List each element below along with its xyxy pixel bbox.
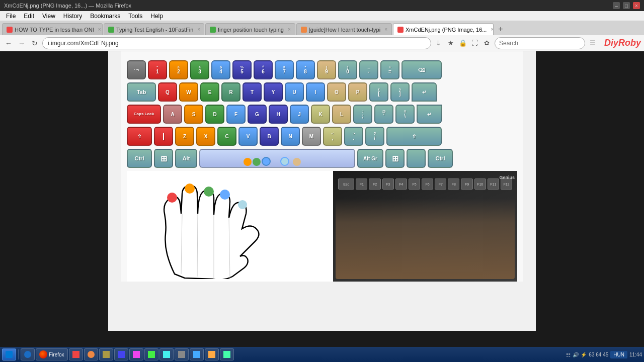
tab-3-close[interactable]: ×: [288, 27, 291, 32]
key-t[interactable]: T: [243, 82, 262, 102]
tab-5-close[interactable]: ×: [491, 27, 494, 32]
key-win-left[interactable]: ⊞: [154, 149, 173, 168]
tab-4[interactable]: [guide]How I learnt touch-typi ×: [296, 23, 392, 35]
key-space[interactable]: [199, 149, 355, 168]
key-k[interactable]: K: [311, 105, 330, 124]
overflow-icon[interactable]: ☰: [587, 38, 598, 49]
menu-edit[interactable]: Edit: [20, 12, 38, 21]
key-x[interactable]: X: [196, 127, 215, 146]
key-enter-bottom[interactable]: ↵: [417, 105, 442, 124]
key-n[interactable]: N: [281, 127, 300, 146]
taskbar-app-10[interactable]: [190, 348, 204, 360]
taskbar-app-11[interactable]: [205, 348, 219, 360]
key-menu[interactable]: [407, 149, 426, 168]
shield-icon[interactable]: 🔒: [457, 38, 468, 49]
tab-2[interactable]: Typing Test English - 10FastFin ×: [104, 23, 204, 35]
key-7[interactable]: &7: [275, 60, 294, 79]
tab-5[interactable]: XmCdENj.png (PNG Image, 16... ×: [393, 23, 494, 35]
key-caps[interactable]: Caps Lock: [127, 105, 161, 124]
key-quote[interactable]: @': [374, 105, 393, 124]
key-g[interactable]: G: [248, 105, 267, 124]
key-c[interactable]: C: [217, 127, 236, 146]
key-ctrl-left[interactable]: Ctrl: [127, 149, 152, 168]
key-d[interactable]: D: [205, 105, 224, 124]
key-lbracket[interactable]: {[: [369, 82, 388, 102]
language-indicator[interactable]: HUN: [610, 351, 627, 358]
key-3[interactable]: £3: [190, 60, 209, 79]
key-ctrl-right[interactable]: Ctrl: [428, 149, 453, 168]
key-2[interactable]: £2: [169, 60, 188, 79]
key-h[interactable]: H: [269, 105, 288, 124]
tab-1[interactable]: HOW TO TYPE in less than ONI ×: [2, 23, 103, 35]
key-m[interactable]: M: [302, 127, 321, 146]
menu-view[interactable]: View: [38, 12, 59, 21]
taskbar-app-3[interactable]: [84, 348, 98, 360]
key-equals[interactable]: +=: [380, 60, 399, 79]
key-6[interactable]: ^6: [254, 60, 273, 79]
bookmark-icon[interactable]: ★: [445, 38, 456, 49]
key-9[interactable]: (9: [317, 60, 336, 79]
tab-3[interactable]: finger position touch typing ×: [205, 23, 295, 35]
key-y[interactable]: Y: [264, 82, 283, 102]
key-backtick[interactable]: · ¬: [127, 60, 146, 79]
search-input[interactable]: [495, 37, 585, 49]
key-j[interactable]: J: [290, 105, 309, 124]
key-p[interactable]: P: [348, 82, 367, 102]
key-rbracket[interactable]: }]: [390, 82, 410, 102]
key-a[interactable]: A: [163, 105, 182, 124]
minimize-button[interactable]: –: [613, 2, 620, 9]
forward-button[interactable]: →: [16, 38, 27, 49]
screenshot-icon[interactable]: ⛶: [469, 38, 480, 49]
maximize-button[interactable]: □: [623, 2, 630, 9]
key-8[interactable]: *8: [296, 60, 315, 79]
key-slash[interactable]: ?/: [365, 127, 384, 146]
key-z[interactable]: Z: [175, 127, 194, 146]
taskbar-app-4[interactable]: [99, 348, 113, 360]
menu-tools[interactable]: Tools: [124, 12, 146, 21]
key-win-right[interactable]: ⊞: [385, 149, 405, 168]
key-0[interactable]: )0: [338, 60, 357, 79]
key-5[interactable]: %5: [232, 60, 252, 79]
key-period[interactable]: >.: [344, 127, 363, 146]
key-minus[interactable]: _-: [359, 60, 378, 79]
key-q[interactable]: Q: [158, 82, 177, 102]
key-backspace[interactable]: ⌫: [401, 60, 442, 79]
taskbar-app-6[interactable]: [129, 348, 143, 360]
tab-2-close[interactable]: ×: [197, 27, 200, 32]
pocket-icon[interactable]: ✿: [481, 38, 493, 49]
key-shift-right[interactable]: ⇧: [386, 127, 442, 146]
start-button[interactable]: [2, 348, 16, 360]
key-e[interactable]: E: [200, 82, 219, 102]
taskbar-app-5[interactable]: [114, 348, 128, 360]
taskbar-app-ie[interactable]: [21, 348, 35, 360]
key-s[interactable]: S: [184, 105, 203, 124]
close-button[interactable]: ×: [633, 2, 640, 9]
key-enter-top[interactable]: ↵: [412, 82, 437, 102]
key-alt-left[interactable]: Alt: [175, 149, 197, 168]
key-backslash2[interactable]: |: [154, 127, 173, 146]
url-input[interactable]: [42, 37, 431, 49]
key-r[interactable]: R: [221, 82, 240, 102]
menu-help[interactable]: Help: [146, 12, 167, 21]
taskbar-app-firefox[interactable]: Firefox: [36, 348, 68, 360]
tab-4-close[interactable]: ×: [384, 27, 387, 32]
key-v[interactable]: V: [238, 127, 258, 146]
tab-1-close[interactable]: ×: [98, 27, 101, 32]
download-icon[interactable]: ⇓: [433, 38, 444, 49]
key-1[interactable]: "1: [148, 60, 167, 79]
taskbar-app-8[interactable]: [159, 348, 174, 360]
key-b[interactable]: B: [260, 127, 279, 146]
taskbar-app-2[interactable]: [69, 348, 83, 360]
key-comma[interactable]: <,: [323, 127, 342, 146]
key-altgr[interactable]: Alt Gr: [357, 149, 383, 168]
key-w[interactable]: W: [179, 82, 198, 102]
key-f[interactable]: F: [226, 105, 246, 124]
key-4[interactable]: $4: [211, 60, 230, 79]
key-l[interactable]: L: [332, 105, 351, 124]
key-u[interactable]: U: [285, 82, 304, 102]
taskbar-app-12[interactable]: [220, 348, 234, 360]
new-tab-button[interactable]: +: [495, 23, 507, 35]
key-semicolon[interactable]: :;: [353, 105, 372, 124]
taskbar-app-9[interactable]: [175, 348, 189, 360]
taskbar-app-7[interactable]: [144, 348, 158, 360]
